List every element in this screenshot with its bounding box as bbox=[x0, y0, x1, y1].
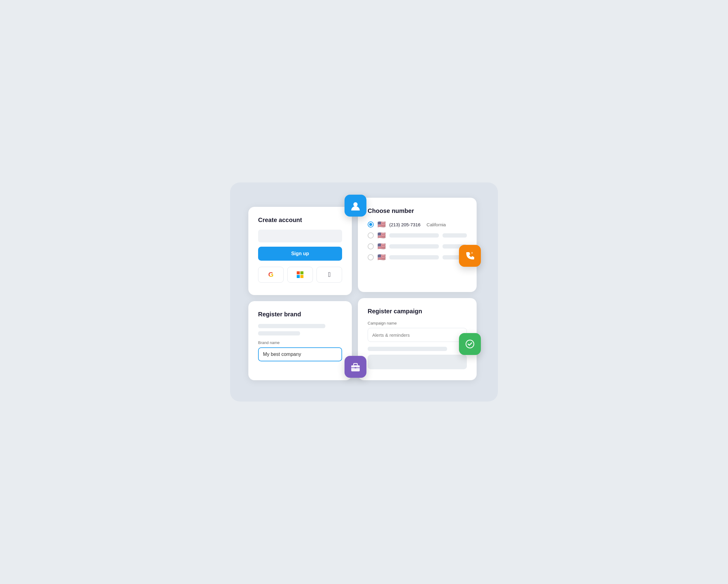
choose-number-card: Choose number 🇺🇸 (213) 205-7316 Californ… bbox=[358, 198, 476, 292]
flag-us-4: 🇺🇸 bbox=[378, 253, 386, 261]
register-brand-card: Register brand Brand name bbox=[248, 301, 352, 380]
user-badge-icon bbox=[344, 195, 366, 217]
brand-skeleton-1 bbox=[258, 324, 326, 328]
flag-us-1: 🇺🇸 bbox=[378, 221, 386, 228]
phone-badge-icon: + bbox=[459, 245, 481, 267]
campaign-skeleton-1 bbox=[368, 347, 447, 351]
apple-icon:  bbox=[328, 271, 331, 279]
campaign-skeleton-2 bbox=[368, 355, 467, 369]
svg-text:+: + bbox=[471, 251, 473, 255]
number-skeleton-2 bbox=[389, 233, 439, 238]
signup-button[interactable]: Sign up bbox=[258, 247, 342, 261]
briefcase-badge-icon bbox=[344, 356, 366, 378]
create-account-title: Create account bbox=[258, 217, 342, 224]
brand-name-label: Brand name bbox=[258, 340, 342, 345]
social-login-buttons: G  bbox=[258, 267, 342, 283]
campaign-name-label: Campaign name bbox=[368, 321, 467, 326]
phone-state-1: California bbox=[427, 222, 446, 227]
radio-selected[interactable] bbox=[368, 221, 374, 227]
radio-unselected-3[interactable] bbox=[368, 243, 374, 249]
create-account-card: Create account Sign up G  bbox=[248, 207, 352, 295]
number-row-4[interactable]: 🇺🇸 bbox=[368, 253, 467, 261]
flag-us-3: 🇺🇸 bbox=[378, 243, 386, 250]
radio-inner bbox=[369, 223, 372, 226]
radio-unselected-4[interactable] bbox=[368, 254, 374, 260]
number-list: 🇺🇸 (213) 205-7316 California 🇺🇸 🇺🇸 bbox=[368, 221, 467, 261]
check-badge-icon bbox=[459, 333, 481, 355]
register-campaign-title: Register campaign bbox=[368, 308, 467, 315]
number-row-2[interactable]: 🇺🇸 bbox=[368, 231, 467, 240]
apple-login-button[interactable]:  bbox=[316, 267, 342, 283]
brand-name-input[interactable] bbox=[258, 347, 342, 361]
radio-unselected-2[interactable] bbox=[368, 232, 374, 239]
register-brand-title: Register brand bbox=[258, 311, 342, 318]
microsoft-login-button[interactable] bbox=[287, 267, 313, 283]
phone-number-1: (213) 205-7316 bbox=[389, 222, 421, 227]
number-row-1[interactable]: 🇺🇸 (213) 205-7316 California bbox=[368, 221, 467, 228]
svg-point-0 bbox=[353, 202, 358, 206]
state-skeleton-2 bbox=[443, 233, 467, 238]
microsoft-icon bbox=[297, 271, 304, 278]
campaign-name-input[interactable] bbox=[368, 328, 467, 342]
choose-number-title: Choose number bbox=[368, 207, 467, 215]
svg-rect-4 bbox=[355, 367, 356, 368]
number-skeleton-3 bbox=[389, 244, 439, 249]
number-row-3[interactable]: 🇺🇸 bbox=[368, 243, 467, 250]
brand-skeleton-2 bbox=[258, 331, 300, 335]
google-icon: G bbox=[268, 271, 273, 279]
create-account-input[interactable] bbox=[258, 230, 342, 243]
google-login-button[interactable]: G bbox=[258, 267, 284, 283]
number-skeleton-4 bbox=[389, 255, 439, 259]
flag-us-2: 🇺🇸 bbox=[378, 231, 386, 240]
